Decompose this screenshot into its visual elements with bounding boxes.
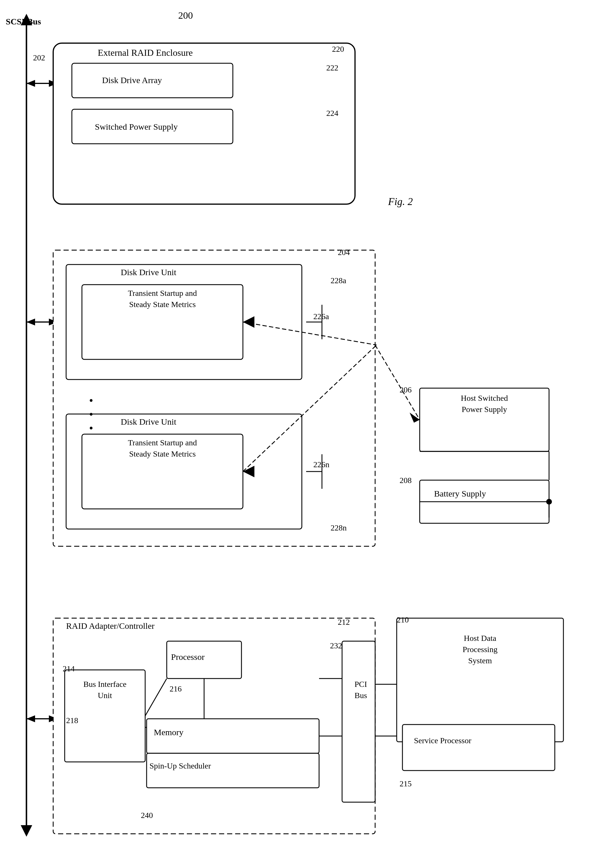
svg-rect-41 [342,641,375,802]
ref-212: 212 [338,618,350,627]
svg-line-25 [243,345,376,471]
processor-label: Processor [171,652,205,662]
host-switched-power-supply-label: Host SwitchedPower Supply [422,393,546,415]
svg-marker-11 [27,715,35,722]
spin-up-scheduler-label: Spin-Up Scheduler [149,761,211,771]
external-raid-label: External RAID Enclosure [98,47,193,58]
metrics-n-label: Transient Startup andSteady State Metric… [85,437,240,459]
svg-line-38 [145,679,167,716]
dots-separator: ••• [89,394,93,435]
svg-line-22 [375,345,420,420]
fig-label: Fig. 2 [388,195,413,208]
ref-214: 214 [63,664,75,673]
disk-drive-array-label: Disk Drive Array [102,75,162,85]
svg-marker-26 [243,316,254,328]
svg-marker-4 [49,80,58,87]
disk-drive-unit-a-label: Disk Drive Unit [121,267,176,277]
ref-232: 232 [330,641,342,650]
switched-power-supply-label: Switched Power Supply [95,122,178,132]
metrics-a-label: Transient Startup andSteady State Metric… [85,288,240,310]
svg-marker-23 [410,413,420,423]
ref-226n: 226n [313,460,329,469]
svg-rect-16 [66,264,302,379]
diagram-title: 200 [178,10,193,21]
memory-label: Memory [154,728,183,737]
host-data-processing-label: Host DataProcessingSystem [401,633,559,666]
svg-rect-18 [66,414,302,529]
battery-supply-label: Battery Supply [434,489,486,499]
bus-interface-unit-label: Bus InterfaceUnit [68,679,142,701]
svg-marker-27 [243,466,254,477]
svg-rect-21 [420,480,549,523]
svg-marker-7 [49,319,58,325]
pci-bus-label: PCIBus [345,679,376,701]
scsi-bus-label: SCSI Bus [6,16,41,27]
svg-marker-8 [27,319,35,325]
ref-240: 240 [141,811,153,820]
ref-210: 210 [397,615,409,624]
ref-220: 220 [332,44,344,54]
ref-216: 216 [170,684,182,694]
ref-204: 204 [338,248,350,257]
svg-marker-10 [49,715,58,722]
service-processor-label: Service Processor [414,736,471,745]
svg-rect-33 [53,618,375,834]
ref-206: 206 [400,385,412,394]
svg-rect-43 [403,725,555,771]
ref-215: 215 [400,779,412,788]
svg-marker-5 [27,80,35,87]
disk-drive-unit-n-label: Disk Drive Unit [121,417,176,427]
svg-rect-37 [147,753,319,788]
ref-226a: 226a [313,312,329,321]
ref-224: 224 [326,109,338,118]
ref-202: 202 [33,53,45,62]
ref-208: 208 [400,476,412,485]
ref-222: 222 [326,63,338,72]
svg-point-32 [546,499,552,505]
svg-line-24 [243,322,376,345]
raid-adapter-label: RAID Adapter/Controller [66,621,154,631]
svg-marker-2 [21,825,32,837]
ref-228n: 228n [331,523,347,533]
diagram-container: SCSI Bus 200 Fig. 2 202 External RAID En… [0,0,589,868]
ref-228a: 228a [331,276,346,285]
diagram-svg [0,0,589,868]
ref-218: 218 [66,716,78,725]
